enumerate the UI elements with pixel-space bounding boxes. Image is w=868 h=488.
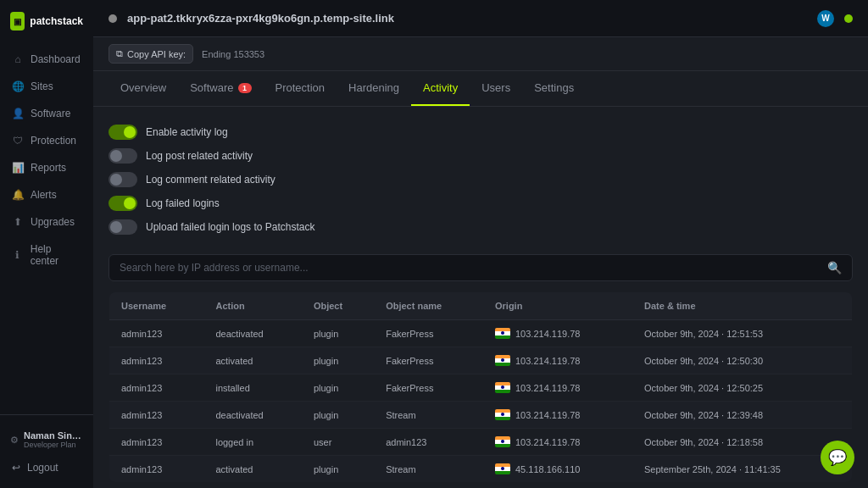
cell-object: plugin [302,347,374,374]
tab-protection[interactable]: Protection [264,71,337,106]
th-username: Username [109,292,204,320]
copy-icon: ⧉ [116,48,123,59]
cell-action: activated [203,347,301,374]
sidebar-label-sites: Sites [31,80,53,92]
tab-label-overview: Overview [120,81,166,94]
th-date-&-time: Date & time [632,292,853,320]
toggle-row-log-comment: Log comment related activity [108,168,853,191]
sidebar-label-protection: Protection [31,135,76,147]
toggle-row-log-failed: Log failed logins [108,191,853,215]
cell-action: deactivated [203,320,301,347]
table-row: admin123 activated plugin Stream 45.118.… [109,456,853,483]
ip-address: 103.214.119.78 [515,437,580,447]
status-dot [844,14,853,23]
tab-hardening[interactable]: Hardening [337,71,411,106]
sidebar-item-dashboard[interactable]: ⌂ Dashboard [0,46,93,73]
toggle-row-log-post: Log post related activity [108,144,853,168]
tabs-bar: OverviewSoftware1ProtectionHardeningActi… [93,71,868,107]
tab-users[interactable]: Users [470,71,522,106]
india-flag [495,355,510,366]
toggle-row-enable-activity: Enable activity log [108,120,853,144]
software-nav-icon: 👤 [12,108,24,119]
sidebar-nav: ⌂ Dashboard 🌐 Sites 👤 Software 🛡 Protect… [0,42,93,414]
site-url: app-pat2.tkkryx6zza-pxr4kg9ko6gn.p.temp-… [127,12,807,25]
gear-icon: ⚙ [10,435,19,446]
user-name: Naman Singhal [24,430,83,441]
sidebar-item-protection[interactable]: 🛡 Protection [0,127,93,154]
tab-activity[interactable]: Activity [411,71,470,106]
toggle-knob-log-failed [124,197,136,209]
toggle-enable-activity[interactable] [108,125,137,140]
table-row: admin123 deactivated plugin Stream 103.2… [109,402,853,429]
cell-date: October 9th, 2024 · 12:39:48 [632,402,853,429]
table-header: UsernameActionObjectObject nameOriginDat… [109,292,853,320]
toggle-knob-upload-failed [110,221,122,233]
ip-address: 103.214.119.78 [515,329,580,339]
toggle-log-comment[interactable] [108,172,137,187]
site-indicator-dot [108,14,117,23]
logout-button[interactable]: ↩ Logout [0,456,93,480]
sidebar-item-reports[interactable]: 📊 Reports [0,154,93,181]
toggle-log-failed[interactable] [108,196,137,211]
tab-label-activity: Activity [423,81,458,94]
chat-bubble-button[interactable]: 💬 [821,441,854,474]
search-input[interactable] [120,262,821,274]
ip-address: 103.214.119.78 [515,383,580,393]
tab-overview[interactable]: Overview [108,71,178,106]
th-origin: Origin [483,292,632,320]
cell-object-name: Stream [374,402,483,429]
sidebar-item-alerts[interactable]: 🔔 Alerts [0,181,93,208]
table-row: admin123 activated plugin FakerPress 103… [109,347,853,374]
ip-address: 103.214.119.78 [515,410,580,420]
toggle-row-upload-failed: Upload failed login logs to Patchstack [108,215,853,239]
india-flag [495,409,510,420]
copy-api-key-button[interactable]: ⧉ Copy API key: [108,44,193,64]
logo-icon: ▣ [10,12,25,30]
sidebar-label-upgrades: Upgrades [31,216,75,228]
cell-date: October 9th, 2024 · 12:51:53 [632,320,853,347]
sidebar-item-help[interactable]: ℹ Help center [0,236,93,274]
sidebar-label-dashboard: Dashboard [31,53,81,65]
tab-label-settings: Settings [534,81,574,94]
sidebar-item-upgrades[interactable]: ⬆ Upgrades [0,208,93,236]
sidebar-item-sites[interactable]: 🌐 Sites [0,73,93,100]
user-profile[interactable]: ⚙ Naman Singhal Developer Plan [0,424,93,456]
cell-date: October 9th, 2024 · 12:18:58 [632,429,853,456]
logout-icon: ↩ [12,462,20,474]
sidebar-item-software[interactable]: 👤 Software [0,100,93,127]
wordpress-icon: W [817,10,834,27]
logout-label: Logout [27,462,58,474]
sites-nav-icon: 🌐 [12,80,24,92]
cell-object: plugin [302,456,374,483]
ip-address: 103.214.119.78 [515,356,580,366]
cell-origin: 45.118.166.110 [483,456,632,483]
tab-settings[interactable]: Settings [522,71,586,106]
toggle-knob-log-comment [110,174,122,186]
cell-origin: 103.214.119.78 [483,429,632,456]
sidebar-label-help: Help center [31,243,81,267]
cell-date: September 25th, 2024 · 11:41:35 [632,456,853,483]
india-flag [495,382,510,393]
activity-content: Enable activity log Log post related act… [93,107,868,488]
api-bar: ⧉ Copy API key: Ending 153353 [93,37,868,71]
toggle-label-enable-activity: Enable activity log [146,126,228,138]
logo[interactable]: ▣ patchstack [0,0,93,42]
logo-text: patchstack [30,15,83,27]
table-row: admin123 deactivated plugin FakerPress 1… [109,320,853,347]
cell-origin: 103.214.119.78 [483,374,632,402]
cell-username: admin123 [109,402,204,429]
sidebar-label-reports: Reports [31,162,66,174]
sidebar-label-software: Software [31,108,70,119]
tab-software[interactable]: Software1 [178,71,263,106]
cell-action: deactivated [203,402,301,429]
cell-username: admin123 [109,347,204,374]
tab-label-users: Users [481,81,510,94]
search-icon[interactable]: 🔍 [827,261,842,274]
india-flag [495,463,510,474]
toggle-log-post[interactable] [108,148,137,164]
table-row: admin123 logged in user admin123 103.214… [109,429,853,456]
cell-origin: 103.214.119.78 [483,402,632,429]
toggle-upload-failed[interactable] [108,219,137,235]
help-nav-icon: ℹ [12,249,24,261]
cell-object: plugin [302,374,374,402]
